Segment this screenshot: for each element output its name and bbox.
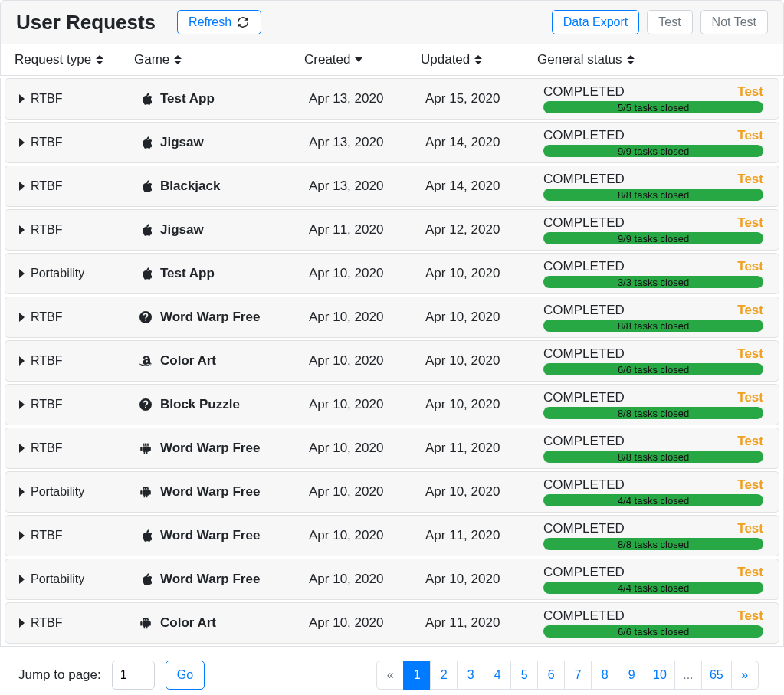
expand-icon[interactable] bbox=[19, 487, 25, 497]
game-name: Color Art bbox=[160, 615, 216, 631]
expand-icon[interactable] bbox=[19, 138, 25, 147]
progress-label: 5/5 tasks closed bbox=[543, 101, 763, 113]
table-row[interactable]: PortabilityWord Warp FreeApr 10, 2020Apr… bbox=[5, 559, 779, 600]
test-filter-button[interactable]: Test bbox=[647, 10, 692, 34]
request-type: RTBF bbox=[31, 92, 62, 106]
cell-game: Word Warp Free bbox=[120, 484, 309, 500]
sort-icon bbox=[627, 55, 635, 64]
status-text: COMPLETED bbox=[543, 608, 625, 624]
table-row[interactable]: RTBFJigsawApr 13, 2020Apr 14, 2020COMPLE… bbox=[5, 122, 779, 163]
toolbar: User Requests Refresh Data Export Test N… bbox=[0, 0, 784, 44]
progress-label: 8/8 tasks closed bbox=[543, 320, 763, 332]
cell-game: Jigsaw bbox=[120, 222, 309, 238]
progress-bar: 8/8 tasks closed bbox=[543, 407, 763, 419]
table-row[interactable]: RTBFBlock PuzzleApr 10, 2020Apr 10, 2020… bbox=[5, 384, 779, 425]
table-row[interactable]: RTBFWord Warp FreeApr 10, 2020Apr 11, 20… bbox=[5, 428, 779, 469]
cell-updated: Apr 14, 2020 bbox=[425, 179, 542, 194]
test-badge: Test bbox=[737, 565, 763, 580]
cell-created: Apr 13, 2020 bbox=[309, 135, 425, 150]
game-name: Word Warp Free bbox=[160, 528, 260, 543]
column-header-status[interactable]: General status bbox=[537, 52, 783, 67]
go-button[interactable]: Go bbox=[166, 661, 205, 690]
cell-type: RTBF bbox=[5, 529, 120, 543]
page-8[interactable]: 8 bbox=[591, 661, 618, 690]
status-text: COMPLETED bbox=[543, 84, 625, 100]
progress-bar: 3/3 tasks closed bbox=[543, 276, 763, 288]
progress-label: 8/8 tasks closed bbox=[543, 451, 763, 463]
amazon-icon bbox=[139, 354, 153, 368]
page-10[interactable]: 10 bbox=[645, 661, 675, 690]
sort-icon bbox=[174, 55, 182, 64]
table-row[interactable]: RTBFColor ArtApr 10, 2020Apr 11, 2020COM… bbox=[5, 602, 779, 644]
expand-icon[interactable] bbox=[19, 313, 25, 322]
page-5[interactable]: 5 bbox=[510, 661, 538, 690]
refresh-button[interactable]: Refresh bbox=[177, 10, 261, 34]
expand-icon[interactable] bbox=[19, 356, 25, 366]
page-ellipsis[interactable]: ... bbox=[674, 661, 702, 690]
progress-label: 6/6 tasks closed bbox=[543, 625, 763, 638]
cell-status: COMPLETEDTest4/4 tasks closed bbox=[542, 477, 779, 506]
status-text: COMPLETED bbox=[543, 434, 625, 449]
request-type: RTBF bbox=[31, 179, 62, 193]
expand-icon[interactable] bbox=[19, 444, 25, 453]
expand-icon[interactable] bbox=[19, 400, 25, 409]
page-1[interactable]: 1 bbox=[403, 661, 431, 690]
progress-label: 8/8 tasks closed bbox=[543, 538, 763, 550]
column-header-created[interactable]: Created bbox=[304, 52, 421, 67]
game-name: Test App bbox=[160, 91, 215, 107]
column-header-game[interactable]: Game bbox=[116, 52, 304, 67]
cell-updated: Apr 12, 2020 bbox=[425, 222, 542, 238]
expand-icon[interactable] bbox=[19, 225, 25, 234]
expand-icon[interactable] bbox=[19, 618, 25, 628]
page-9[interactable]: 9 bbox=[618, 661, 645, 690]
cell-status: COMPLETEDTest8/8 tasks closed bbox=[542, 521, 779, 550]
page-7[interactable]: 7 bbox=[564, 661, 592, 690]
progress-bar: 5/5 tasks closed bbox=[543, 101, 763, 113]
refresh-label: Refresh bbox=[189, 15, 231, 29]
pager-bar: Jump to page: Go «12345678910...65» bbox=[0, 647, 784, 695]
cell-game: Word Warp Free bbox=[120, 572, 309, 587]
game-name: Blackjack bbox=[160, 179, 220, 194]
page-2[interactable]: 2 bbox=[430, 661, 458, 690]
page-last[interactable]: 65 bbox=[701, 661, 732, 690]
table-row[interactable]: RTBFBlackjackApr 13, 2020Apr 14, 2020COM… bbox=[5, 166, 779, 207]
expand-icon[interactable] bbox=[19, 575, 25, 584]
game-name: Jigsaw bbox=[160, 135, 204, 150]
table-row[interactable]: RTBFJigsawApr 11, 2020Apr 12, 2020COMPLE… bbox=[5, 209, 779, 251]
request-type: RTBF bbox=[31, 310, 62, 324]
progress-bar: 4/4 tasks closed bbox=[543, 582, 763, 594]
not-test-filter-button[interactable]: Not Test bbox=[700, 10, 768, 34]
page-first[interactable]: « bbox=[376, 661, 404, 690]
table-row[interactable]: PortabilityWord Warp FreeApr 10, 2020Apr… bbox=[5, 471, 779, 513]
table-row[interactable]: RTBFWord Warp FreeApr 10, 2020Apr 11, 20… bbox=[5, 515, 779, 556]
column-header-updated[interactable]: Updated bbox=[421, 52, 537, 67]
table-row[interactable]: RTBFColor ArtApr 10, 2020Apr 10, 2020COM… bbox=[5, 340, 779, 382]
page-4[interactable]: 4 bbox=[484, 661, 511, 690]
pagination: «12345678910...65» bbox=[376, 661, 759, 690]
table-row[interactable]: RTBFTest AppApr 13, 2020Apr 15, 2020COMP… bbox=[5, 78, 779, 120]
expand-icon[interactable] bbox=[19, 94, 25, 103]
cell-created: Apr 11, 2020 bbox=[309, 222, 425, 238]
apple-icon bbox=[139, 529, 153, 543]
status-text: COMPLETED bbox=[543, 215, 625, 231]
cell-updated: Apr 10, 2020 bbox=[425, 310, 542, 325]
expand-icon[interactable] bbox=[19, 531, 25, 540]
data-export-button[interactable]: Data Export bbox=[552, 10, 639, 34]
game-name: Color Art bbox=[160, 353, 216, 369]
status-text: COMPLETED bbox=[543, 303, 625, 318]
apple-icon bbox=[139, 223, 153, 237]
expand-icon[interactable] bbox=[19, 182, 25, 191]
progress-label: 9/9 tasks closed bbox=[543, 232, 763, 244]
expand-icon[interactable] bbox=[19, 269, 25, 278]
progress-label: 8/8 tasks closed bbox=[543, 189, 763, 201]
cell-status: COMPLETEDTest9/9 tasks closed bbox=[542, 128, 779, 157]
table-row[interactable]: PortabilityTest AppApr 10, 2020Apr 10, 2… bbox=[5, 253, 779, 294]
page-6[interactable]: 6 bbox=[537, 661, 565, 690]
cell-game: Test App bbox=[120, 266, 309, 281]
table-row[interactable]: RTBFWord Warp FreeApr 10, 2020Apr 10, 20… bbox=[5, 297, 779, 338]
page-3[interactable]: 3 bbox=[457, 661, 484, 690]
cell-game: Word Warp Free bbox=[120, 441, 309, 456]
jump-to-page-input[interactable] bbox=[112, 661, 155, 690]
page-next[interactable]: » bbox=[731, 661, 759, 690]
column-header-type[interactable]: Request type bbox=[1, 52, 116, 67]
